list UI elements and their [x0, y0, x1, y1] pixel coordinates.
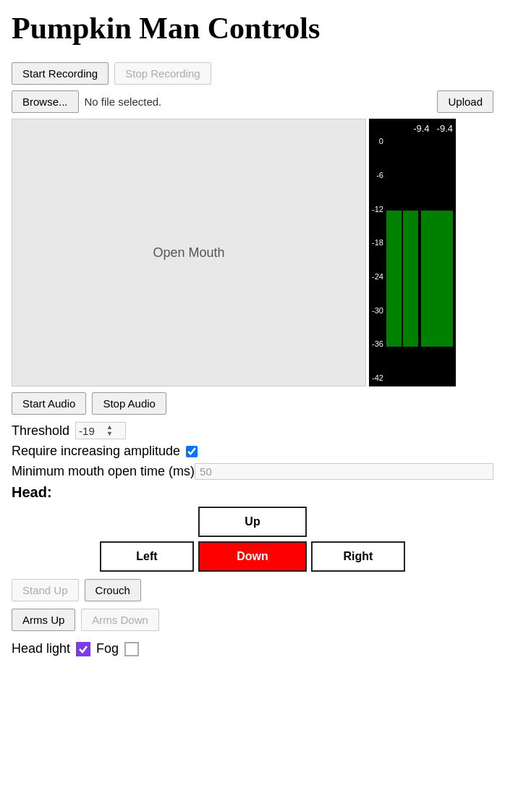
no-file-text: No file selected. [85, 96, 432, 108]
stop-recording-button[interactable]: Stop Recording [114, 62, 211, 85]
meter-val1: -9.4 [413, 123, 429, 134]
start-recording-button[interactable]: Start Recording [12, 62, 109, 85]
min-mouth-input[interactable] [195, 463, 493, 480]
threshold-label: Threshold [12, 423, 69, 439]
canvas-area: Open Mouth -9.4 -9.4 0 -6 -12 -18 -24 -3… [12, 119, 493, 386]
head-middle-row: Left Down Right [100, 541, 405, 572]
arms-up-button[interactable]: Arms Up [12, 609, 75, 631]
start-audio-button[interactable]: Start Audio [12, 392, 86, 415]
meter-label-12: -12 [372, 205, 383, 213]
meter-label-0: 0 [372, 137, 383, 145]
meter-bar-2 [421, 211, 453, 347]
meter-label-36: -36 [372, 339, 383, 348]
head-up-button[interactable]: Up [198, 507, 307, 537]
stop-audio-button[interactable]: Stop Audio [92, 392, 166, 415]
video-canvas: Open Mouth [12, 119, 366, 386]
meter-labels: 0 -6 -12 -18 -24 -30 -36 -42 [372, 137, 383, 382]
page-title: Pumpkin Man Controls [12, 12, 493, 45]
meter-line-1 [402, 137, 403, 347]
stand-crouch-row: Stand Up Crouch [12, 579, 493, 601]
browse-button[interactable]: Browse... [12, 90, 79, 113]
arms-down-button[interactable]: Arms Down [81, 609, 159, 631]
threshold-input[interactable] [79, 425, 105, 437]
meter-bar-wrap-2 [421, 137, 453, 347]
threshold-row: Threshold ▲ ▼ [12, 422, 493, 439]
crouch-button[interactable]: Crouch [85, 579, 141, 601]
meter-label-30: -30 [372, 306, 383, 315]
head-light-label: Head light [12, 641, 70, 656]
threshold-arrows[interactable]: ▲ ▼ [106, 424, 113, 437]
meter-values-row: -9.4 -9.4 [372, 123, 453, 134]
meter-bar-wrap-1 [386, 137, 418, 347]
head-controls: Up Left Down Right [12, 507, 493, 572]
meter-bars [386, 137, 453, 347]
arms-row: Arms Up Arms Down [12, 609, 493, 631]
require-row: Require increasing amplitude [12, 444, 493, 459]
canvas-label: Open Mouth [153, 245, 224, 261]
meter-val2: -9.4 [437, 123, 453, 134]
require-checkbox[interactable] [186, 446, 198, 457]
threshold-spinner[interactable]: ▲ ▼ [75, 422, 126, 439]
head-light-checkbox[interactable] [76, 642, 90, 656]
fog-checkbox[interactable] [124, 642, 139, 656]
fog-label: Fog [96, 641, 119, 656]
meter-label-18: -18 [372, 238, 383, 247]
meter-body: 0 -6 -12 -18 -24 -30 -36 -42 [372, 137, 453, 382]
head-right-button[interactable]: Right [311, 541, 405, 572]
min-mouth-row: Minimum mouth open time (ms) [12, 463, 493, 480]
meter-label-24: -24 [372, 272, 383, 281]
meter-label-42: -42 [372, 373, 383, 382]
head-label: Head: [12, 484, 493, 501]
threshold-down-arrow[interactable]: ▼ [106, 431, 113, 437]
recording-row: Start Recording Stop Recording [12, 62, 493, 85]
stand-up-button[interactable]: Stand Up [12, 579, 79, 601]
meter-panel: -9.4 -9.4 0 -6 -12 -18 -24 -30 -36 -42 [369, 119, 456, 386]
meter-label-6: -6 [372, 171, 383, 179]
require-label: Require increasing amplitude [12, 444, 180, 459]
head-left-button[interactable]: Left [100, 541, 194, 572]
min-mouth-label: Minimum mouth open time (ms) [12, 464, 195, 479]
file-row: Browse... No file selected. Upload [12, 90, 493, 113]
audio-row: Start Audio Stop Audio [12, 392, 493, 415]
checkmark-icon [78, 644, 88, 654]
upload-button[interactable]: Upload [437, 90, 493, 113]
light-row: Head light Fog [12, 641, 493, 656]
head-down-button[interactable]: Down [198, 541, 307, 572]
